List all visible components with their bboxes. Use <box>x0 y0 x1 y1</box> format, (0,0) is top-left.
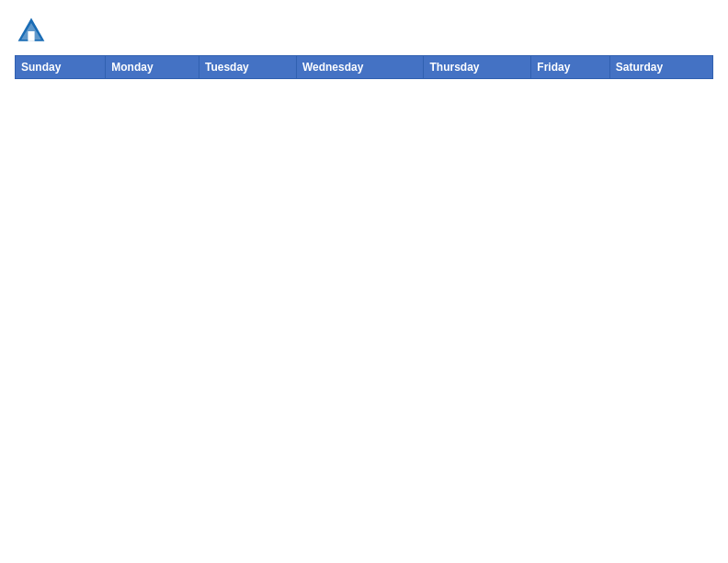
col-header-wednesday: Wednesday <box>296 56 424 79</box>
col-header-saturday: Saturday <box>609 56 712 79</box>
col-header-tuesday: Tuesday <box>199 56 296 79</box>
logo-icon <box>15 15 48 48</box>
col-header-thursday: Thursday <box>424 56 531 79</box>
logo <box>15 15 51 48</box>
col-header-sunday: Sunday <box>16 56 106 79</box>
page-header <box>15 15 713 48</box>
col-header-monday: Monday <box>106 56 199 79</box>
svg-rect-2 <box>28 31 34 41</box>
col-header-friday: Friday <box>531 56 609 79</box>
calendar-header-row: SundayMondayTuesdayWednesdayThursdayFrid… <box>16 56 713 79</box>
calendar-table: SundayMondayTuesdayWednesdayThursdayFrid… <box>15 55 713 79</box>
